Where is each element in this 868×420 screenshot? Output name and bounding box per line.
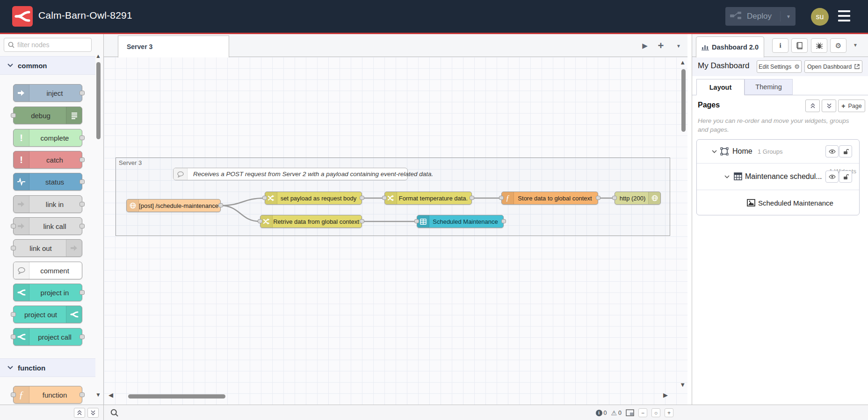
palette-node-project-in[interactable]: project in [13,284,82,301]
pages-description: Here you can re-order and move your widg… [698,116,855,134]
palette-node-complete[interactable]: ! complete [13,129,82,147]
chevron-down-icon[interactable] [712,150,717,153]
add-flow-button[interactable]: + [655,40,667,52]
input-port[interactable] [382,196,387,200]
edit-settings-button[interactable]: Edit Settings ⚙ [757,60,802,73]
flow-canvas[interactable]: Server 3 Receives a POST request from Se… [104,57,687,405]
canvas-vscrollbar-thumb[interactable] [681,69,686,132]
flow-node-http-in[interactable]: [post] /schedule-maintenance [126,199,221,212]
flow-node-change-2[interactable]: Format temperature data. [384,192,472,205]
canvas-scroll-left-icon[interactable]: ◀ [108,392,113,399]
tab-scroll-right-icon[interactable]: ▶ [639,40,651,52]
palette-node-project-call[interactable]: project call [13,328,82,346]
add-page-button[interactable]: + Page [838,100,865,112]
zoom-out-button[interactable]: − [638,408,647,417]
user-avatar[interactable]: su [811,8,829,26]
palette-node-catch[interactable]: ! catch [13,151,82,169]
palette-node-label: link out [15,240,66,256]
palette-filter-input[interactable] [17,41,83,49]
main-menu-button[interactable] [838,10,850,21]
output-port[interactable] [360,219,364,223]
zoom-in-button[interactable]: + [665,408,673,417]
info-button[interactable]: i [772,38,788,53]
flow-node-function-store[interactable]: ƒ Store data to global context [501,192,598,205]
palette-node-link-out[interactable]: link out [13,239,82,257]
palette-category-common[interactable]: common [0,56,95,75]
flow-node-change-1[interactable]: set payload as request body [265,192,362,205]
deploy-button[interactable]: Deploy ▼ [725,7,796,26]
canvas-scroll-down-icon[interactable]: ▼ [680,381,686,388]
flow-node-http-response[interactable]: http (200) [615,192,661,205]
move-page-up-button[interactable] [805,100,820,112]
output-port[interactable] [218,203,223,207]
palette-node-label: project out [15,306,66,323]
palette-scrollbar-thumb[interactable] [96,62,101,139]
palette-node-function[interactable]: ƒ function [13,386,82,404]
output-port[interactable] [360,196,364,200]
input-port[interactable] [258,219,262,223]
tree-row-widget-scheduled-maintenance[interactable]: Scheduled Maintenance [697,190,859,215]
output-port[interactable] [470,196,474,200]
flow-tab-server3[interactable]: Server 3 [118,36,229,57]
error-count[interactable]: i 0 [596,410,607,416]
palette-filter[interactable] [4,38,92,52]
tab-theming[interactable]: Theming [745,79,793,95]
palette-scroll-up-icon[interactable]: ▲ [95,53,101,59]
bug-icon [816,42,823,50]
palette-node-link-call[interactable]: link call [13,217,82,235]
canvas-scroll-up-icon[interactable]: ▲ [680,59,686,66]
tree-row-page-home[interactable]: Home 1 Groups [697,140,859,163]
input-port [11,312,16,317]
tree-row-group-maintenance[interactable]: 1 Widgets Maintenance schedul... [697,164,859,190]
palette-node-link-in[interactable]: link in [13,195,82,213]
collapse-categories-button[interactable] [74,408,85,418]
palette-node-project-out[interactable]: project out [13,306,82,323]
tab-dashboard-2[interactable]: Dashboard 2.0 [696,36,764,57]
debug-button[interactable] [811,38,827,53]
lock-button[interactable] [839,171,852,183]
open-dashboard-button[interactable]: Open Dashboard [804,60,862,73]
group-label: Server 3 [119,159,142,166]
palette-category-function[interactable]: function [0,358,95,377]
canvas-hscrollbar-thumb[interactable] [128,394,225,399]
input-port[interactable] [499,196,504,200]
input-port[interactable] [414,219,419,223]
search-flows-icon[interactable] [110,409,118,417]
toggle-visibility-button[interactable] [825,145,839,157]
navigator-toggle-icon[interactable] [626,409,634,416]
palette-scroll-down-icon[interactable]: ▼ [95,392,101,398]
palette-node-debug[interactable]: debug [13,107,82,124]
palette-node-status[interactable]: status [13,173,82,191]
input-port[interactable] [262,196,267,200]
flow-node-ui-table[interactable]: Scheduled Maintenance [417,215,504,228]
move-page-down-button[interactable] [822,100,836,112]
deploy-options-caret-icon[interactable]: ▼ [780,11,791,21]
palette-node-inject[interactable]: inject [13,84,82,102]
zoom-reset-button[interactable]: ○ [651,408,660,417]
chevron-down-icon[interactable] [724,175,730,178]
output-port[interactable] [501,219,506,223]
palette-node-label: complete [29,129,80,146]
sidebar-tab-label: Dashboard 2.0 [712,43,759,51]
flow-node-comment[interactable]: Receives a POST request from Server 2 wi… [173,168,408,180]
flow-node-change-3[interactable]: Retrive data from global context [260,215,362,228]
tab-layout[interactable]: Layout [696,79,745,95]
palette-node-comment[interactable]: comment [13,262,82,279]
warning-count[interactable]: ⚠ 0 [611,409,622,417]
palette-node-label: debug [15,107,66,124]
settings-button[interactable]: ⚙ [830,38,846,53]
expand-categories-button[interactable] [87,408,99,418]
catch-icon: ! [14,151,29,168]
help-docs-button[interactable] [791,38,808,53]
deploy-icon [730,11,742,21]
sidebar-resize-handle[interactable] [687,34,692,420]
double-chevron-down-icon [91,410,95,415]
canvas-scroll-right-icon[interactable]: ▶ [663,392,668,399]
input-port[interactable] [612,196,617,200]
flow-list-caret-icon[interactable]: ▼ [673,40,685,52]
project-icon [66,306,82,323]
toggle-visibility-button[interactable] [825,171,839,183]
lock-button[interactable] [839,145,852,157]
output-port[interactable] [596,196,600,200]
sidebar-options-caret-icon[interactable]: ▼ [853,43,858,48]
